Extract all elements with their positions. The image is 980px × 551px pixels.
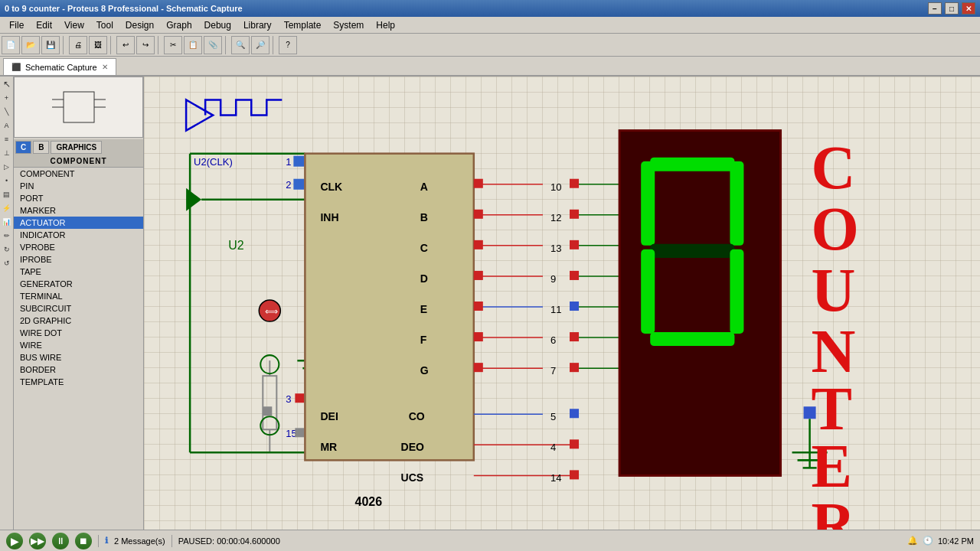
- notification-area: 🔔: [907, 536, 918, 546]
- minimize-button[interactable]: −: [928, 2, 942, 15]
- panel-tab-graphics[interactable]: GRAPHICS: [51, 141, 102, 154]
- label-tool[interactable]: A: [1, 119, 13, 132]
- bus-tool[interactable]: ≡: [1, 133, 13, 145]
- comp-port[interactable]: PORT: [14, 192, 143, 204]
- left-toolbar: ↖ + ╲ A ≡ ⊥ ▷ • ▤ ⚡ 📊 ✏ ↻ ↺: [0, 77, 14, 530]
- open-button[interactable]: 📂: [21, 36, 40, 54]
- svg-text:B: B: [420, 211, 428, 223]
- svg-rect-98: [641, 249, 655, 334]
- comp-actuator[interactable]: ACTUATOR: [14, 217, 143, 229]
- menu-design[interactable]: Design: [119, 18, 160, 32]
- tape-tool[interactable]: ▤: [1, 188, 13, 201]
- menu-library[interactable]: Library: [237, 18, 278, 32]
- comp-wire[interactable]: WIRE: [14, 339, 143, 351]
- paste-button[interactable]: 📎: [204, 36, 222, 54]
- panel-tab-b[interactable]: B: [33, 141, 49, 154]
- rotate-cw[interactable]: ↻: [1, 243, 13, 256]
- svg-rect-68: [570, 302, 579, 311]
- titlebar: 0 to 9 counter - Proteus 8 Professional …: [0, 0, 980, 17]
- comp-buswire[interactable]: BUS WIRE: [14, 351, 143, 364]
- svg-text:D: D: [420, 272, 428, 285]
- panel-tab-c[interactable]: C: [15, 141, 31, 154]
- menu-graph[interactable]: Graph: [160, 18, 198, 32]
- menu-edit[interactable]: Edit: [30, 18, 58, 32]
- info-icon: ℹ: [105, 536, 108, 546]
- save-button[interactable]: 💾: [41, 36, 60, 54]
- close-button[interactable]: ✕: [962, 2, 975, 15]
- comp-component[interactable]: COMPONENT: [14, 168, 143, 180]
- svg-text:6: 6: [550, 334, 556, 346]
- menu-help[interactable]: Help: [370, 18, 401, 32]
- svg-text:11: 11: [550, 304, 561, 315]
- menu-template[interactable]: Template: [278, 18, 328, 32]
- svg-text:13: 13: [550, 243, 561, 254]
- comp-subcircuit[interactable]: SUBCIRCUIT: [14, 302, 143, 315]
- print-preview[interactable]: 🖼: [89, 36, 107, 54]
- zoom-in[interactable]: 🔍: [231, 36, 250, 54]
- stop-button[interactable]: ⏹: [75, 533, 92, 549]
- menu-system[interactable]: System: [327, 18, 370, 32]
- help-button[interactable]: ?: [279, 36, 297, 54]
- play-forward-button[interactable]: ▶▶: [29, 533, 46, 549]
- generator-tool[interactable]: ⚡: [1, 202, 13, 214]
- comp-2dgraphic[interactable]: 2D GRAPHIC: [14, 315, 143, 327]
- zoom-out[interactable]: 🔎: [251, 36, 270, 54]
- cut-button[interactable]: ✂: [164, 36, 182, 54]
- comp-marker[interactable]: MARKER: [14, 204, 143, 217]
- svg-rect-85: [570, 470, 579, 479]
- comp-vprobe[interactable]: VPROBE: [14, 241, 143, 253]
- redo-button[interactable]: ↪: [136, 36, 155, 54]
- svg-marker-13: [186, 188, 201, 211]
- comp-generator[interactable]: GENERATOR: [14, 278, 143, 290]
- comp-tape[interactable]: TAPE: [14, 266, 143, 278]
- play-button[interactable]: ▶: [6, 533, 23, 549]
- wire-tool[interactable]: ╲: [1, 106, 13, 118]
- virtual-tool[interactable]: 📊: [1, 216, 13, 228]
- svg-text:5: 5: [550, 411, 556, 422]
- svg-rect-20: [263, 376, 276, 429]
- svg-rect-10: [293, 179, 304, 190]
- comp-indicator[interactable]: INDICATOR: [14, 229, 143, 241]
- svg-text:14: 14: [550, 472, 561, 484]
- maximize-button[interactable]: □: [945, 2, 959, 15]
- select-tool[interactable]: ↖: [1, 78, 13, 90]
- new-button[interactable]: 📄: [2, 36, 20, 54]
- comp-pin[interactable]: PIN: [14, 180, 143, 192]
- schematic-canvas[interactable]: U2(CLK) 1 2 U2 ⟺: [144, 77, 980, 530]
- tab-close-button[interactable]: ✕: [102, 63, 108, 71]
- title-text: 0 to 9 counter - Proteus 8 Professional …: [5, 4, 243, 13]
- draw-tool[interactable]: ✏: [1, 230, 13, 242]
- comp-terminal[interactable]: TERMINAL: [14, 290, 143, 302]
- copy-button[interactable]: 📋: [184, 36, 202, 54]
- pause-button[interactable]: ⏸: [52, 533, 69, 549]
- svg-text:O: O: [812, 195, 859, 262]
- comp-template[interactable]: TEMPLATE: [14, 376, 143, 388]
- component-header: COMPONENT: [14, 155, 143, 168]
- svg-rect-82: [570, 439, 579, 448]
- comp-iprobe[interactable]: IPROBE: [14, 253, 143, 266]
- menu-view[interactable]: View: [58, 18, 90, 32]
- component-tool[interactable]: +: [1, 92, 13, 104]
- probe-tool[interactable]: •: [1, 174, 13, 187]
- svg-rect-97: [650, 244, 734, 258]
- svg-rect-79: [570, 409, 579, 418]
- svg-rect-60: [570, 240, 579, 249]
- comp-wiredot[interactable]: WIRE DOT: [14, 327, 143, 339]
- svg-rect-76: [570, 363, 579, 372]
- menu-tool[interactable]: Tool: [90, 18, 119, 32]
- svg-text:C: C: [812, 134, 856, 201]
- menu-debug[interactable]: Debug: [198, 18, 237, 32]
- tab-schematic[interactable]: ⬛ Schematic Capture ✕: [3, 58, 116, 75]
- rotate-ccw[interactable]: ↺: [1, 257, 13, 269]
- undo-button[interactable]: ↩: [116, 36, 135, 54]
- svg-rect-58: [474, 240, 483, 249]
- svg-text:⟺: ⟺: [265, 306, 278, 317]
- terminal-tool[interactable]: ⊥: [1, 147, 13, 159]
- svg-text:G: G: [420, 364, 429, 377]
- print-button[interactable]: 🖨: [69, 36, 87, 54]
- menu-file[interactable]: File: [3, 18, 30, 32]
- comp-border[interactable]: BORDER: [14, 364, 143, 376]
- svg-text:10: 10: [550, 181, 561, 193]
- port-tool[interactable]: ▷: [1, 161, 13, 173]
- main-toolbar: 📄 📂 💾 🖨 🖼 ↩ ↪ ✂ 📋 📎 🔍 🔎 ?: [0, 34, 980, 57]
